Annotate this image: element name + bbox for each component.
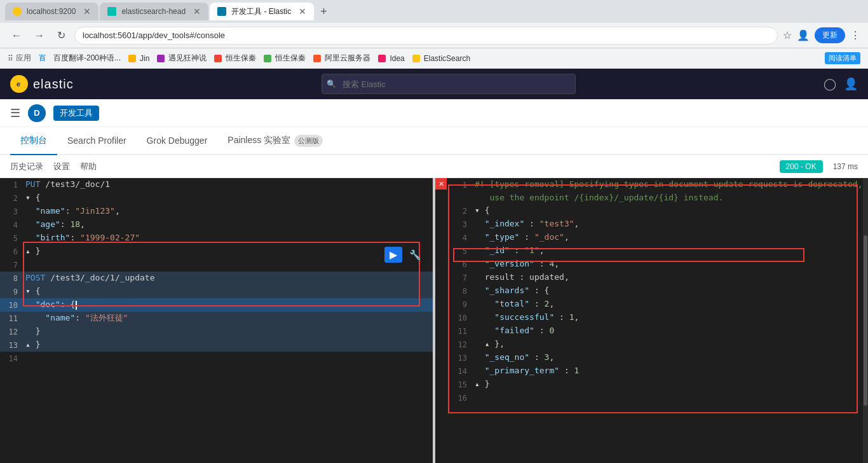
tab-search-profiler[interactable]: Search Profiler (57, 127, 137, 155)
result-line-9: 9 "total" : 2, (449, 298, 868, 311)
elastic-app: e elastic ◯ 👤 ☰ D 开发工具 控制台 Search Profil… (0, 69, 868, 463)
back-button[interactable]: ← (8, 27, 25, 44)
run-button[interactable]: ▶ (384, 247, 402, 263)
tab-console[interactable]: 控制台 (10, 127, 57, 155)
code-line-1: 1 PUT /test3/_doc/1 (0, 178, 433, 191)
bookmark-apps[interactable]: ⠿ 应用 (8, 53, 31, 64)
result-line-13: 13 "_seq_no" : 3, (449, 351, 868, 364)
right-code-editor[interactable]: 1 #! [types removal] Specifying types in… (435, 178, 868, 404)
editor-area: ▶ 🔧 1 PUT /test3/_doc/1 2 ▾ { 3 "name": … (0, 178, 868, 463)
header-circle-btn[interactable]: ◯ (824, 77, 836, 91)
browser-controls: ← → ↻ ☆ 👤 更新 ⋮ (0, 23, 868, 48)
left-code-editor[interactable]: 1 PUT /test3/_doc/1 2 ▾ { 3 "name": "Jin… (0, 178, 433, 365)
tab-label-1: localhost:9200 (27, 7, 76, 16)
code-line-7: 7 (0, 258, 433, 272)
code-line-5: 5 "birth": "1999-02-27" (0, 232, 433, 245)
bookmark-hengsheng2[interactable]: 恒生保秦 (264, 53, 306, 64)
code-line-14: 14 (0, 352, 433, 365)
browser-actions: ☆ 👤 更新 ⋮ (783, 27, 860, 43)
help-button[interactable]: 帮助 (80, 161, 97, 172)
tab-1[interactable]: localhost:9200 ✕ (5, 3, 98, 20)
result-line-16: 16 (449, 391, 868, 404)
new-tab-button[interactable]: + (315, 5, 332, 18)
hamburger-button[interactable]: ☰ (10, 106, 20, 120)
tab-favicon-2 (107, 7, 116, 16)
code-line-4: 4 "age": 18, (0, 218, 433, 232)
code-line-9: 9 ▾ { (0, 285, 433, 298)
elastic-search-input[interactable] (322, 74, 576, 94)
code-line-8: 8 POST /test3/_doc/1/_update (0, 272, 433, 285)
bookmark-jin[interactable]: Jin (128, 54, 149, 63)
result-line-1: 1 #! [types removal] Specifying types in… (449, 178, 868, 191)
right-panel[interactable]: ✕ 1 #! [types removal] Specifying types … (435, 178, 868, 463)
elastic-logo-text: elastic (33, 77, 74, 92)
code-line-12: 12 } (0, 325, 433, 338)
close-result-button[interactable]: ✕ (435, 178, 447, 190)
bookmarks-bar: ⠿ 应用 百 百度翻译-200种语... Jin 遇见狂神说 恒生保秦 恒生保秦… (0, 48, 868, 69)
result-line-3: 3 "_index" : "test3", (449, 218, 868, 231)
result-line-12: 12 ▴ }, (449, 338, 868, 351)
bookmark-reading-list[interactable]: 阅读清单 (825, 52, 860, 64)
wrench-button[interactable]: 🔧 (409, 249, 421, 261)
sub-toolbar: 历史记录 设置 帮助 200 - OK 137 ms (0, 155, 868, 178)
code-line-2: 2 ▾ { (0, 191, 433, 205)
app-name-badge[interactable]: 开发工具 (53, 106, 99, 121)
forward-button[interactable]: → (31, 27, 48, 44)
result-line-11: 11 "failed" : 0 (449, 324, 868, 338)
result-line-7: 7 result : updated, (449, 271, 868, 284)
history-button[interactable]: 历史记录 (10, 161, 43, 172)
tab-grok-debugger[interactable]: Grok Debugger (137, 127, 218, 155)
tab-close-1[interactable]: ✕ (83, 6, 91, 17)
svg-text:e: e (17, 80, 20, 88)
result-line-15: 15 ▴ } (449, 378, 868, 391)
right-scrollbar[interactable] (863, 178, 868, 463)
tab-label-2: elasticsearch-head (121, 7, 186, 16)
menu-button[interactable]: ⋮ (850, 29, 860, 41)
right-scrollbar-thumb[interactable] (864, 235, 867, 406)
status-badge: 200 - OK (780, 160, 823, 173)
result-line-8: 8 "_shards" : { (449, 284, 868, 298)
address-bar[interactable] (74, 27, 778, 45)
elastic-search-container (322, 74, 576, 94)
bookmark-hengsheng1[interactable]: 恒生保秦 (214, 53, 256, 64)
tab-close-3[interactable]: ✕ (299, 6, 306, 17)
result-line-1b: use the endpoint /{index}/_update/{id} i… (449, 191, 868, 204)
tab-favicon-1 (13, 7, 22, 16)
settings-button[interactable]: 设置 (53, 161, 70, 172)
tab-bar: localhost:9200 ✕ elasticsearch-head ✕ 开发… (0, 0, 868, 23)
nav-tabs: 控制台 Search Profiler Grok Debugger Painle… (0, 127, 868, 155)
reload-button[interactable]: ↻ (53, 27, 69, 44)
bookmark-elasticsearch[interactable]: ElasticSearch (412, 54, 470, 63)
tab-painless-lab[interactable]: Painless 实验室 公测版 (217, 127, 333, 155)
result-line-5: 5 "_id" : "1", (449, 244, 868, 258)
result-line-14: 14 "_primary_term" : 1 (449, 364, 868, 378)
browser-chrome: localhost:9200 ✕ elasticsearch-head ✕ 开发… (0, 0, 868, 69)
code-line-13: 13 ▴ } (0, 338, 433, 352)
profile-button[interactable]: 👤 (797, 29, 810, 41)
result-line-6: 6 "_version" : 4, (449, 258, 868, 271)
app-toolbar: ☰ D 开发工具 (0, 99, 868, 127)
tab-close-2[interactable]: ✕ (193, 6, 201, 17)
code-line-10: 10 "doc": { (0, 298, 433, 312)
bookmark-aliyun[interactable]: 阿里云服务器 (313, 53, 370, 64)
bookmark-translate[interactable]: 百度翻译-200种语... (53, 53, 121, 64)
left-panel[interactable]: ▶ 🔧 1 PUT /test3/_doc/1 2 ▾ { 3 "name": … (0, 178, 435, 463)
bookmark-idea[interactable]: Idea (378, 54, 404, 63)
beta-badge: 公测版 (294, 135, 323, 147)
result-line-2: 2 ▾ { (449, 204, 868, 218)
elastic-logo-icon: e (10, 75, 28, 93)
header-right: ◯ 👤 (824, 77, 858, 91)
tab-label-3: 开发工具 - Elastic (231, 6, 291, 17)
time-badge: 137 ms (833, 162, 858, 171)
update-button[interactable]: 更新 (815, 27, 845, 43)
header-user-btn[interactable]: 👤 (844, 77, 858, 91)
result-line-4: 4 "_type" : "_doc", (449, 231, 868, 244)
tab-3[interactable]: 开发工具 - Elastic ✕ (210, 3, 314, 20)
search-wrapper (322, 74, 576, 94)
user-avatar: D (28, 104, 46, 122)
tab-favicon-3 (217, 7, 226, 16)
bookmark-yujian[interactable]: 遇见狂神说 (157, 53, 207, 64)
bookmark-button[interactable]: ☆ (783, 29, 792, 41)
tab-2[interactable]: elasticsearch-head ✕ (100, 3, 208, 20)
code-line-6: 6 ▴ } (0, 245, 433, 258)
